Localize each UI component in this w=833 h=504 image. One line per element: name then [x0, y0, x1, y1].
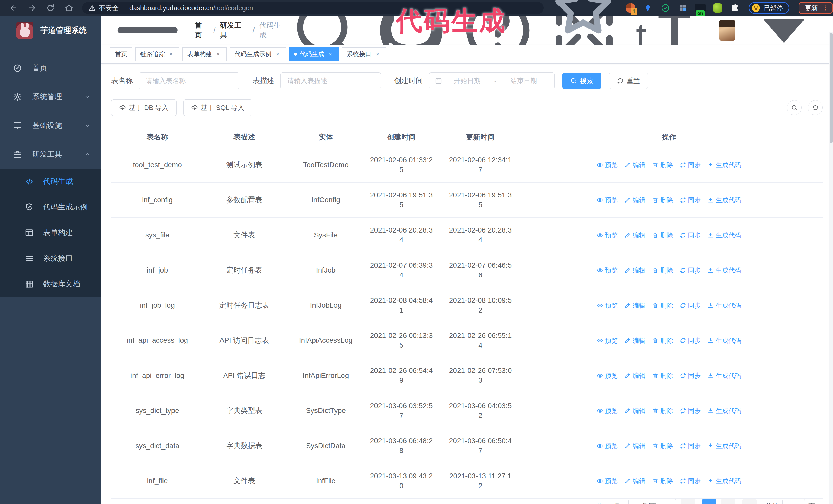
action-delete[interactable]: 删除 [652, 195, 673, 205]
action-preview[interactable]: 预览 [597, 301, 618, 310]
action-delete[interactable]: 删除 [652, 265, 673, 275]
action-generate-code[interactable]: 生成代码 [708, 336, 741, 345]
action-sync[interactable]: 同步 [680, 230, 701, 240]
reload-icon[interactable] [46, 4, 55, 12]
action-edit[interactable]: 编辑 [624, 195, 645, 205]
action-preview[interactable]: 预览 [597, 230, 618, 240]
table-name-input[interactable] [139, 72, 239, 89]
action-edit[interactable]: 编辑 [624, 336, 645, 345]
sidebar-item-codegen[interactable]: 代码生成 [0, 169, 101, 194]
breadcrumb-home[interactable]: 首页 [195, 21, 209, 40]
action-sync[interactable]: 同步 [680, 406, 701, 415]
toggle-search-button[interactable] [787, 100, 802, 115]
date-range-picker[interactable]: 开始日期 - 结束日期 [429, 72, 555, 89]
tab-2[interactable]: 表单构建× [183, 47, 227, 61]
action-edit[interactable]: 编辑 [624, 441, 645, 451]
action-edit[interactable]: 编辑 [624, 371, 645, 380]
action-generate-code[interactable]: 生成代码 [708, 441, 741, 451]
action-preview[interactable]: 预览 [597, 476, 618, 486]
next-page-button[interactable] [742, 499, 757, 504]
action-generate-code[interactable]: 生成代码 [708, 301, 741, 310]
breadcrumb-devtools[interactable]: 研发工具 [220, 21, 248, 40]
tab-close-icon[interactable]: × [374, 50, 381, 58]
sidebar-item-home[interactable]: 首页 [0, 54, 101, 82]
profile-paused-badge[interactable]: 已暂停 [749, 2, 789, 14]
tab-close-icon[interactable]: × [327, 50, 334, 58]
forward-icon[interactable] [28, 4, 37, 12]
action-generate-code[interactable]: 生成代码 [708, 265, 741, 275]
action-edit[interactable]: 编辑 [624, 301, 645, 310]
sidebar-item-codegen-example[interactable]: 代码生成示例 [0, 194, 101, 220]
app-logo-row[interactable]: 芋道管理系统 [0, 16, 101, 45]
user-avatar[interactable] [719, 20, 735, 41]
browser-menu-dots-icon[interactable] [822, 5, 829, 11]
page-button-1[interactable]: 1 [702, 499, 716, 504]
refresh-table-button[interactable] [808, 100, 823, 115]
sidebar-item-form-builder[interactable]: 表单构建 [0, 220, 101, 246]
tab-0[interactable]: 首页 [110, 47, 132, 61]
goto-page-input[interactable] [782, 499, 805, 504]
tab-5[interactable]: 系统接口× [342, 47, 386, 61]
action-sync[interactable]: 同步 [680, 265, 701, 275]
back-icon[interactable] [9, 4, 18, 12]
sidebar-item-api[interactable]: 系统接口 [0, 246, 101, 271]
page-button-2[interactable]: 2 [721, 499, 735, 504]
action-edit[interactable]: 编辑 [624, 476, 645, 486]
action-preview[interactable]: 预览 [597, 336, 618, 345]
import-sql-button[interactable]: 基于 SQL 导入 [183, 99, 253, 116]
sidebar-item-system[interactable]: 系统管理 [0, 82, 101, 111]
action-preview[interactable]: 预览 [597, 406, 618, 415]
action-edit[interactable]: 编辑 [624, 230, 645, 240]
action-sync[interactable]: 同步 [680, 441, 701, 451]
action-generate-code[interactable]: 生成代码 [708, 230, 741, 240]
tab-3[interactable]: 代码生成示例× [230, 47, 286, 61]
action-preview[interactable]: 预览 [597, 195, 618, 205]
tab-4[interactable]: 代码生成× [289, 47, 339, 61]
action-generate-code[interactable]: 生成代码 [708, 371, 741, 380]
action-generate-code[interactable]: 生成代码 [708, 406, 741, 415]
extension-icon-green-bot[interactable] [712, 3, 723, 13]
table-desc-input[interactable] [280, 72, 381, 89]
extension-icon-grid[interactable] [677, 3, 688, 13]
action-delete[interactable]: 删除 [652, 336, 673, 345]
action-delete[interactable]: 删除 [652, 160, 673, 170]
tab-close-icon[interactable]: × [215, 50, 222, 58]
action-preview[interactable]: 预览 [597, 160, 618, 170]
action-edit[interactable]: 编辑 [624, 265, 645, 275]
search-button[interactable]: 搜索 [562, 73, 601, 89]
action-sync[interactable]: 同步 [680, 195, 701, 205]
action-delete[interactable]: 删除 [652, 230, 673, 240]
action-sync[interactable]: 同步 [680, 301, 701, 310]
window-scrollbar[interactable] [829, 32, 833, 504]
reset-button[interactable]: 重置 [609, 73, 648, 89]
tab-close-icon[interactable]: × [167, 50, 174, 58]
bookmark-star-icon[interactable] [548, 0, 618, 43]
action-generate-code[interactable]: 生成代码 [708, 195, 741, 205]
extension-icon-orange[interactable]: 1 [625, 3, 636, 13]
extension-icon-diamond[interactable] [643, 3, 653, 13]
import-db-button[interactable]: 基于 DB 导入 [111, 99, 176, 116]
action-delete[interactable]: 删除 [652, 371, 673, 380]
action-delete[interactable]: 删除 [652, 406, 673, 415]
prev-page-button[interactable] [681, 499, 695, 504]
action-sync[interactable]: 同步 [680, 160, 701, 170]
page-size-select[interactable]: 10条/页 [628, 499, 676, 504]
extension-icon-dark-on[interactable]: on [695, 3, 706, 13]
action-delete[interactable]: 删除 [652, 476, 673, 486]
action-generate-code[interactable]: 生成代码 [708, 476, 741, 486]
sidebar-item-infra[interactable]: 基础设施 [0, 111, 101, 140]
action-edit[interactable]: 编辑 [624, 406, 645, 415]
extensions-puzzle-icon[interactable] [730, 3, 740, 13]
extension-icon-green-check[interactable] [660, 3, 671, 13]
action-preview[interactable]: 预览 [597, 441, 618, 451]
tab-1[interactable]: 链路追踪× [135, 47, 180, 61]
url-bar[interactable]: 不安全 dashboard.yudao.iocoder.cn /tool/cod… [82, 2, 544, 14]
home-icon[interactable] [65, 4, 73, 12]
action-sync[interactable]: 同步 [680, 476, 701, 486]
sidebar-item-db-doc[interactable]: 数据库文档 [0, 271, 101, 297]
action-edit[interactable]: 编辑 [624, 160, 645, 170]
action-generate-code[interactable]: 生成代码 [708, 160, 741, 170]
action-preview[interactable]: 预览 [597, 265, 618, 275]
action-preview[interactable]: 预览 [597, 371, 618, 380]
browser-update-button[interactable]: 更新 [799, 2, 833, 14]
